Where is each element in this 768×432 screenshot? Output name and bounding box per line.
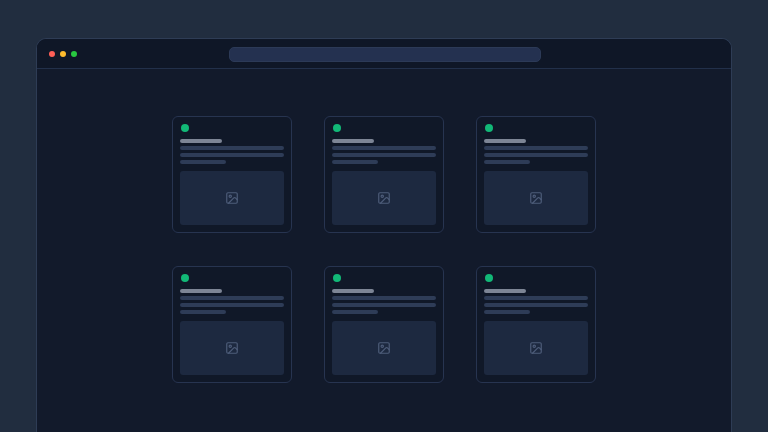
skeleton-text-line [180,146,284,150]
skeleton-text-line [332,296,436,300]
card[interactable] [172,116,292,233]
close-button[interactable] [49,51,55,57]
skeleton-text-line [180,303,284,307]
skeleton-text-line [332,146,436,150]
card[interactable] [172,266,292,383]
skeleton-title-line [180,289,222,293]
skeleton-text-line-short [180,160,226,164]
skeleton-title-line [332,139,374,143]
card[interactable] [324,116,444,233]
skeleton-text-line-short [332,160,378,164]
skeleton-text-line [484,153,588,157]
card[interactable] [476,266,596,383]
image-placeholder [180,321,284,375]
image-placeholder [484,171,588,225]
skeleton-text-line [180,153,284,157]
zoom-button[interactable] [71,51,77,57]
skeleton-text-line-short [180,310,226,314]
skeleton-text-line [484,146,588,150]
image-icon [377,191,391,205]
skeleton-text-line-short [332,310,378,314]
cards-grid [172,116,596,383]
window-titlebar [37,39,731,69]
image-placeholder [332,171,436,225]
image-icon [225,191,239,205]
image-placeholder [332,321,436,375]
image-icon [529,341,543,355]
skeleton-title-line [180,139,222,143]
status-dot [181,124,189,132]
card[interactable] [324,266,444,383]
skeleton-title-line [484,139,526,143]
skeleton-text-line [180,296,284,300]
status-dot [181,274,189,282]
status-dot [333,124,341,132]
skeleton-text-line-short [484,160,530,164]
skeleton-title-line [484,289,526,293]
skeleton-text-line [332,153,436,157]
image-icon [529,191,543,205]
image-placeholder [180,171,284,225]
url-bar[interactable] [229,47,541,62]
window-content [37,116,731,432]
card[interactable] [476,116,596,233]
status-dot [485,274,493,282]
image-icon [225,341,239,355]
skeleton-text-line [484,296,588,300]
image-icon [377,341,391,355]
status-dot [485,124,493,132]
image-placeholder [484,321,588,375]
skeleton-text-line [332,303,436,307]
skeleton-text-line-short [484,310,530,314]
status-dot [333,274,341,282]
minimize-button[interactable] [60,51,66,57]
skeleton-title-line [332,289,374,293]
traffic-lights [49,39,77,68]
skeleton-text-line [484,303,588,307]
browser-window [36,38,732,432]
